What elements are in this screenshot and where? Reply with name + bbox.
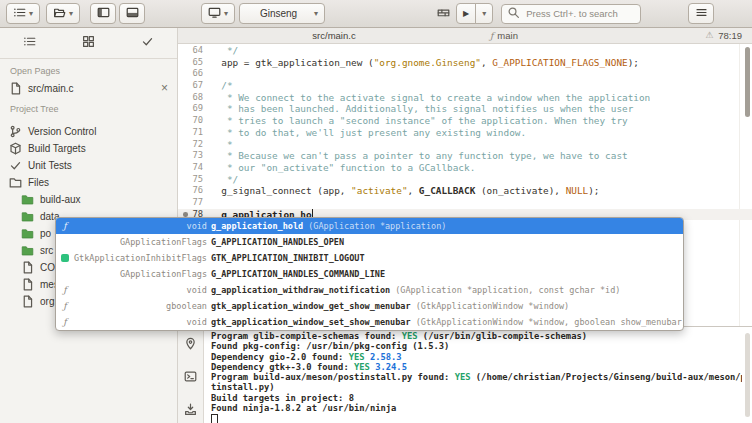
tree-item-unit-tests[interactable]: Unit Tests bbox=[0, 157, 177, 174]
tree-item-build-aux[interactable]: build-aux bbox=[0, 191, 177, 208]
build-output-line: Dependency gtk+-3.0 found: YES 3.24.5 bbox=[211, 362, 742, 372]
code-line-text: */ bbox=[210, 45, 752, 57]
completion-item[interactable]: GtkApplicationInhibitFlagsGTK_APPLICATIO… bbox=[56, 250, 683, 266]
device-menu-button[interactable]: ▾ bbox=[201, 3, 235, 24]
code-line-71[interactable]: 71 * to do that, we'll just present any … bbox=[178, 127, 752, 139]
left-panel-icon bbox=[97, 6, 110, 21]
toggle-left-panel-button[interactable] bbox=[90, 3, 116, 24]
code-line-77[interactable]: 77 bbox=[178, 197, 752, 209]
function-icon: ƒ bbox=[56, 221, 71, 231]
code-line-text: * tries to launch a "second instance" of… bbox=[210, 115, 752, 127]
sidebar-tab-pages[interactable] bbox=[0, 28, 59, 58]
code-line-text: g_signal_connect (app, "activate", G_CAL… bbox=[210, 185, 752, 197]
completion-params: (GtkApplicationWindow *window) bbox=[411, 301, 570, 311]
code-line-66[interactable]: 66 bbox=[178, 68, 752, 80]
cursor-position-area: ⚠ 78:19 bbox=[705, 30, 752, 41]
chevron-down-icon: ▾ bbox=[224, 10, 228, 18]
close-icon[interactable]: × bbox=[161, 82, 168, 94]
search-input[interactable] bbox=[524, 7, 635, 20]
sidebar-tab-build[interactable] bbox=[59, 28, 118, 58]
tree-item-files[interactable]: Files bbox=[0, 174, 177, 191]
branch-icon bbox=[9, 125, 22, 138]
file-icon bbox=[21, 278, 34, 291]
completion-item[interactable]: ƒvoidg_application_withdraw_notification… bbox=[56, 282, 683, 298]
toggle-bottom-panel-button[interactable] bbox=[119, 3, 145, 24]
file-icon bbox=[21, 261, 34, 274]
tree-item-version-control[interactable]: Version Control bbox=[0, 123, 177, 140]
file-icon bbox=[21, 295, 34, 308]
completion-popup: ƒvoidg_application_hold (GApplication *a… bbox=[55, 217, 684, 331]
completion-item[interactable]: GApplicationFlagsG_APPLICATION_HANDLES_O… bbox=[56, 234, 683, 250]
code-line-text: * our "on_activate" function to a GCallb… bbox=[210, 162, 752, 174]
code-line-64[interactable]: 64 */ bbox=[178, 45, 752, 57]
terminal-icon[interactable] bbox=[184, 369, 197, 387]
code-line-text bbox=[210, 197, 752, 209]
search-icon bbox=[507, 5, 520, 23]
open-page-item[interactable]: src/main.c × bbox=[0, 79, 177, 97]
line-number: 75 bbox=[178, 174, 210, 186]
primary-menu-button[interactable] bbox=[688, 3, 714, 24]
code-line-73[interactable]: 73 * Because we can't pass a pointer to … bbox=[178, 150, 752, 162]
build-status-icon bbox=[437, 5, 450, 23]
editor-scrollbar[interactable] bbox=[745, 47, 750, 117]
function-icon: ƒ bbox=[56, 285, 71, 295]
build-queue-icon bbox=[82, 34, 95, 52]
open-page-label: src/main.c bbox=[28, 83, 155, 94]
code-line-text: * to do that, we'll just present any exi… bbox=[210, 127, 752, 139]
tree-item-label: build-aux bbox=[40, 194, 81, 205]
code-line-text bbox=[210, 68, 752, 80]
symbol-breadcrumb[interactable]: ƒ main bbox=[490, 30, 518, 41]
completion-name: g_application_withdraw_notification bbox=[211, 285, 390, 295]
check-icon bbox=[9, 159, 22, 172]
code-line-70[interactable]: 70 * tries to launch a "second instance"… bbox=[178, 115, 752, 127]
pin-icon[interactable] bbox=[184, 336, 197, 354]
project-name: Ginseng bbox=[246, 8, 311, 19]
run-options-button[interactable]: ▾ bbox=[475, 3, 493, 24]
deploy-icon[interactable] bbox=[184, 402, 197, 420]
completion-return-type: GtkApplicationInhibitFlags bbox=[71, 253, 207, 263]
surface-menu-button[interactable]: ▾ bbox=[6, 3, 40, 24]
open-document-button[interactable]: ▾ bbox=[46, 3, 80, 24]
code-line-76[interactable]: 76 g_signal_connect (app, "activate", G_… bbox=[178, 185, 752, 197]
completion-item[interactable]: ƒgbooleangtk_application_window_get_show… bbox=[56, 298, 683, 314]
document-title[interactable]: src/main.c bbox=[178, 30, 490, 41]
enum-icon bbox=[56, 254, 71, 262]
tree-item-build-targets[interactable]: Build Targets bbox=[0, 140, 177, 157]
project-tree-label: Project Tree bbox=[0, 97, 177, 117]
code-line-69[interactable]: 69 * has been launched. Additionally, th… bbox=[178, 103, 752, 115]
project-menu-button[interactable]: Ginseng ▾ bbox=[239, 3, 325, 24]
code-line-text: app = gtk_application_new ("org.gnome.Gi… bbox=[210, 57, 752, 69]
header-bar: ▾ ▾ ▾ Ginseng ▾ ▶ ▾ bbox=[0, 0, 752, 28]
tree-item-label: src bbox=[40, 245, 53, 256]
code-line-72[interactable]: 72 * bbox=[178, 139, 752, 151]
line-number: 66 bbox=[178, 68, 210, 80]
code-line-67[interactable]: 67 /* bbox=[178, 80, 752, 92]
global-search[interactable] bbox=[501, 4, 641, 24]
chevron-down-icon: ▾ bbox=[69, 10, 73, 18]
code-line-75[interactable]: 75 */ bbox=[178, 174, 752, 186]
completion-params: (GApplication *application, const gchar … bbox=[390, 285, 620, 295]
build-output[interactable]: Program glib-compile-schemas found: YES … bbox=[211, 331, 742, 423]
completion-item[interactable]: ƒvoidg_application_hold (GApplication *a… bbox=[56, 218, 683, 234]
open-pages-label: Open Pages bbox=[0, 59, 177, 79]
tree-item-label: Files bbox=[28, 177, 49, 188]
code-line-68[interactable]: 68 * We connect to the activate signal t… bbox=[178, 92, 752, 104]
cube-icon bbox=[9, 142, 22, 155]
sidebar-tab-todo[interactable] bbox=[118, 28, 177, 58]
run-button[interactable]: ▶ bbox=[456, 3, 476, 24]
chevron-down-icon: ▾ bbox=[482, 10, 486, 18]
build-output-line: Program glib-compile-schemas found: YES … bbox=[211, 331, 742, 341]
completion-item[interactable]: ƒvoidgtk_application_window_set_show_men… bbox=[56, 314, 683, 330]
open-file-icon bbox=[53, 6, 66, 21]
completion-params: (GtkApplicationWindow *window, gboolean … bbox=[411, 317, 684, 327]
chevron-down-icon: ▾ bbox=[314, 10, 318, 18]
panel-scrollbar[interactable] bbox=[745, 333, 750, 417]
code-line-74[interactable]: 74 * our "on_activate" function to a GCa… bbox=[178, 162, 752, 174]
completion-return-type: void bbox=[71, 221, 207, 231]
code-line-65[interactable]: 65 app = gtk_application_new ("org.gnome… bbox=[178, 57, 752, 69]
build-output-line: tinstall.py) bbox=[211, 382, 742, 392]
completion-item[interactable]: GApplicationFlagsG_APPLICATION_HANDLES_C… bbox=[56, 266, 683, 282]
folderDark-icon bbox=[9, 176, 22, 189]
line-number: 71 bbox=[178, 127, 210, 139]
completion-name: gtk_application_window_set_show_menubar bbox=[211, 317, 411, 327]
